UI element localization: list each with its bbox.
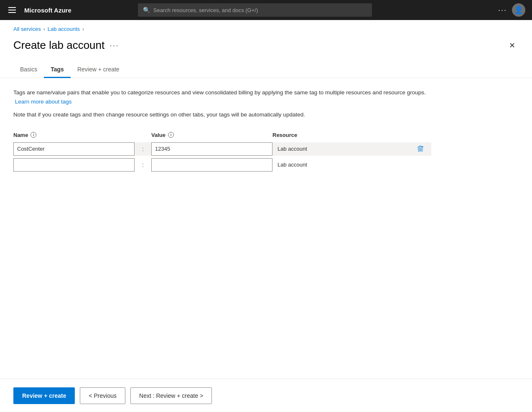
value-info-icon[interactable]: i [168,132,174,138]
page-title: Create lab account [13,39,104,52]
azure-logo: Microsoft Azure [24,7,71,14]
resource-cell-1: Lab account [272,142,431,156]
page-header: Create lab account ··· ✕ [0,32,532,52]
column-resource-label: Resource [272,132,297,138]
column-name-label: Name [13,132,28,138]
colon-sep-2: : [135,162,151,168]
tag-name-input-1[interactable] [13,142,135,156]
breadcrumb-sep-2: › [82,26,84,32]
topbar: Microsoft Azure 🔍 ··· 👤 [0,0,532,20]
column-header-resource: Resource [272,129,431,141]
search-input[interactable] [153,7,367,13]
tags-note: Note that if you create tags and then ch… [13,110,431,119]
resource-label-1: Lab account [277,146,307,152]
search-bar: 🔍 [138,3,372,17]
tags-table-header: Name i Value i Resource [13,129,431,141]
content-area: Tags are name/value pairs that enable yo… [0,78,532,184]
page-more-options[interactable]: ··· [109,40,119,50]
topbar-more-button[interactable]: ··· [498,6,507,15]
tags-description: Tags are name/value pairs that enable yo… [13,88,431,106]
breadcrumb-lab-accounts[interactable]: Lab accounts [48,26,80,32]
column-header-value: Value i [151,129,272,141]
topbar-right: ··· 👤 [498,3,525,17]
learn-more-link[interactable]: Learn more about tags [15,99,72,105]
resource-cell-2: Lab account [272,158,431,172]
tab-review-create[interactable]: Review + create [71,62,126,78]
tag-row-2: : Lab account [13,158,431,172]
column-value-label: Value [151,132,165,138]
search-icon: 🔍 [143,7,150,13]
hamburger-menu[interactable] [7,5,18,15]
name-info-icon[interactable]: i [31,132,36,138]
user-avatar[interactable]: 👤 [512,3,525,17]
breadcrumb: All services › Lab accounts › [0,20,532,32]
tab-basics[interactable]: Basics [13,62,44,78]
tag-value-input-1[interactable] [151,142,272,156]
colon-sep-1: : [135,146,151,152]
page-header-left: Create lab account ··· [13,39,119,52]
resource-label-2: Lab account [277,162,307,168]
tag-name-input-2[interactable] [13,158,135,172]
tags-table: Name i Value i Resource : Lab account [13,129,431,172]
column-header-name: Name i [13,129,135,141]
close-button[interactable]: ✕ [506,39,519,52]
breadcrumb-all-services[interactable]: All services [13,26,41,32]
breadcrumb-sep-1: › [43,26,45,32]
description-text-main: Tags are name/value pairs that enable yo… [13,89,426,96]
delete-tag-1-button[interactable] [415,145,426,153]
trash-icon [417,146,424,152]
tag-value-input-2[interactable] [151,158,272,172]
avatar-icon: 👤 [514,5,523,15]
tab-tags[interactable]: Tags [44,62,71,78]
tabs-container: Basics Tags Review + create [0,52,532,78]
tag-row-1: : Lab account [13,142,431,156]
